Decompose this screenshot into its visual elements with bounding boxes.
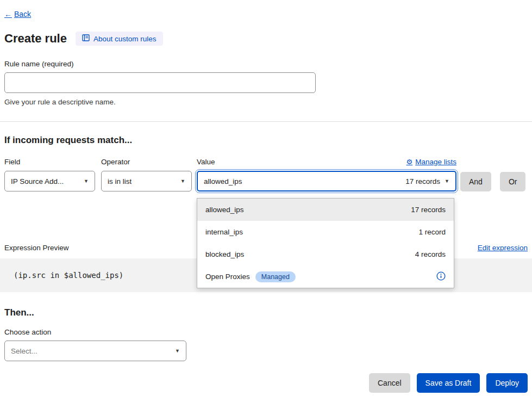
back-row: ←Back (0, 10, 532, 18)
page-title: Create rule (4, 32, 67, 46)
list-item-open-proxies[interactable]: Open Proxies Managed (197, 265, 454, 288)
list-item-records: 4 records (415, 250, 446, 258)
list-item-name: internal_ips (205, 228, 243, 236)
chevron-down-icon: ▼ (445, 178, 449, 184)
list-item-internal-ips[interactable]: internal_ips 1 record (197, 221, 454, 243)
match-row: Field IP Source Add... ▼ Operator is in … (0, 158, 532, 191)
field-select[interactable]: IP Source Add... ▼ (4, 171, 95, 191)
manage-lists-link[interactable]: ⚙Manage lists (406, 158, 456, 166)
field-column: Field IP Source Add... ▼ (4, 158, 95, 191)
operator-label: Operator (101, 158, 192, 166)
and-button[interactable]: And (460, 172, 491, 191)
andor-buttons: And Or (460, 172, 525, 191)
action-select-placeholder: Select... (11, 347, 37, 355)
title-row: Create rule About custom rules (0, 32, 532, 46)
expression-preview-label: Expression Preview (4, 244, 69, 252)
list-item-name: blocked_ips (205, 250, 244, 258)
operator-column: Operator is in list ▼ (101, 158, 192, 191)
or-button[interactable]: Or (500, 172, 526, 191)
chevron-down-icon: ▼ (175, 348, 180, 354)
list-item-name: allowed_ips (205, 206, 244, 214)
chevron-down-icon: ▼ (84, 178, 89, 184)
info-icon[interactable] (436, 271, 446, 282)
footer-buttons: Cancel Save as Draft Deploy (0, 373, 532, 393)
list-dropdown-menu: allowed_ips 17 records internal_ips 1 re… (197, 198, 454, 288)
field-select-value: IP Source Add... (11, 177, 64, 185)
value-label-row: Value ⚙Manage lists (197, 158, 456, 166)
deploy-button[interactable]: Deploy (486, 373, 528, 393)
managed-badge: Managed (255, 271, 296, 282)
list-item-name: Open Proxies (205, 273, 250, 281)
value-select-records: 17 records (405, 177, 440, 185)
back-link[interactable]: ←Back (4, 10, 31, 18)
list-item-records: 17 records (411, 206, 446, 214)
then-heading: Then... (0, 307, 532, 318)
edit-expression-link[interactable]: Edit expression (478, 244, 528, 252)
gear-icon: ⚙ (406, 158, 413, 166)
section-divider (0, 121, 532, 122)
rule-name-label: Rule name (required) (0, 60, 532, 68)
save-as-draft-button[interactable]: Save as Draft (417, 373, 480, 393)
about-custom-rules-link[interactable]: About custom rules (76, 32, 163, 46)
value-select[interactable]: allowed_ips 17 records ▼ (197, 171, 456, 191)
back-link-label: Back (14, 10, 31, 18)
about-link-label: About custom rules (93, 35, 157, 43)
value-column: Value ⚙Manage lists allowed_ips 17 recor… (197, 158, 456, 191)
operator-select[interactable]: is in list ▼ (101, 171, 192, 191)
list-item-records: 1 record (418, 228, 446, 236)
expression-code: (ip.src in $allowed_ips) (0, 271, 123, 280)
operator-select-value: is in list (108, 177, 132, 185)
field-label: Field (4, 158, 95, 166)
rule-name-input[interactable] (4, 72, 316, 93)
value-label: Value (197, 158, 215, 166)
manage-lists-label: Manage lists (415, 158, 456, 166)
cancel-button[interactable]: Cancel (369, 373, 410, 393)
action-select[interactable]: Select... ▼ (4, 341, 186, 361)
chevron-down-icon: ▼ (180, 178, 185, 184)
list-item-allowed-ips[interactable]: allowed_ips 17 records (197, 199, 454, 221)
list-item-blocked-ips[interactable]: blocked_ips 4 records (197, 243, 454, 265)
back-arrow-icon: ← (4, 10, 12, 18)
docs-icon (82, 34, 90, 43)
choose-action-label: Choose action (0, 328, 532, 336)
rule-name-helper: Give your rule a descriptive name. (0, 98, 532, 106)
match-section-heading: If incoming requests match... (0, 135, 532, 146)
value-select-value: allowed_ips (204, 177, 242, 185)
